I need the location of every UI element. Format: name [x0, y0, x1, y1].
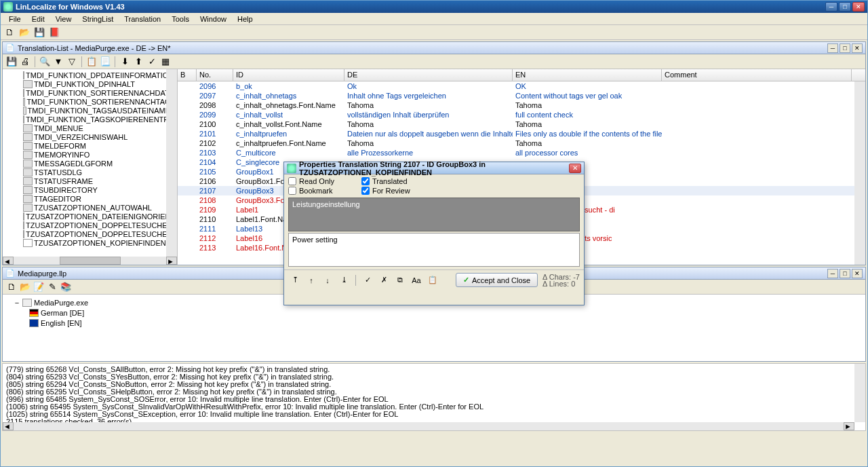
- table-row[interactable]: 2102c_inhaltpruefen.Font.NameTahomaTahom…: [178, 138, 865, 148]
- list-icon[interactable]: 📃: [99, 56, 111, 68]
- case-icon[interactable]: Aa: [410, 274, 423, 287]
- table-row[interactable]: 2100c_inhalt_vollst.Font.NameTahomaTahom…: [178, 119, 865, 129]
- tree-item[interactable]: TMDI_FUNKTION_SORTIERENNACHDATEINAMEN: [4, 88, 176, 97]
- tree-item[interactable]: TMDI_FUNKTION_TAGSAUSDATEINAMEN: [4, 106, 176, 115]
- col-b[interactable]: B: [178, 69, 197, 81]
- tree-scrollbar-v[interactable]: [166, 69, 177, 257]
- tree-label: TMDI_FUNKTION_SORTIERENNACHDATEINAMEN: [26, 89, 178, 97]
- new-icon[interactable]: 🗋: [5, 281, 18, 293]
- menu-window[interactable]: Window: [195, 14, 232, 24]
- tree-item[interactable]: TZUSATZOPTIONEN_AUTOWAHL: [4, 203, 176, 212]
- book-icon[interactable]: 📚: [60, 281, 72, 293]
- accept-icon[interactable]: ✓: [361, 274, 374, 287]
- tree-item[interactable]: TSUBDIRECTORY: [4, 185, 176, 194]
- menu-translation[interactable]: Translation: [119, 14, 166, 24]
- forreview-checkbox[interactable]: For Review: [361, 187, 410, 195]
- copy-icon[interactable]: 📋: [85, 56, 98, 68]
- menu-view[interactable]: View: [50, 14, 77, 24]
- project-lang-de[interactable]: German [DE]: [8, 307, 860, 318]
- new-icon[interactable]: 🗋: [3, 26, 16, 39]
- target-text-input[interactable]: Power setting: [288, 233, 580, 267]
- check-icon[interactable]: ✓: [146, 56, 158, 68]
- col-comment[interactable]: Comment: [662, 69, 852, 81]
- tree-item[interactable]: TMDI_MENUE: [4, 124, 176, 132]
- log-scrollbar-v[interactable]: [854, 364, 865, 422]
- tree-item[interactable]: TZUSATZOPTIONEN_KOPIENFINDEN: [4, 238, 176, 247]
- panel-maximize-button[interactable]: □: [840, 43, 850, 53]
- open-icon[interactable]: 📂: [19, 281, 31, 293]
- import-icon[interactable]: ⬇: [119, 56, 131, 68]
- paste-icon[interactable]: 📋: [426, 274, 439, 287]
- readonly-checkbox[interactable]: Read Only: [288, 177, 334, 185]
- table-row[interactable]: 2101c_inhaltpruefenDateien nur als doppe…: [178, 129, 865, 138]
- accept-close-button[interactable]: ✓ Accept and Close: [456, 273, 538, 287]
- next-icon[interactable]: ↓: [321, 274, 334, 287]
- tree-item[interactable]: TZUSATZOPTIONEN_DATEIENIGNORIEREN: [4, 212, 176, 221]
- col-de[interactable]: DE: [344, 69, 513, 81]
- props-icon[interactable]: 📝: [33, 281, 45, 293]
- menu-file[interactable]: File: [3, 14, 26, 24]
- log-panel[interactable]: (779) string 65268 Vcl_Consts_SAllButton…: [2, 363, 866, 431]
- tree-item[interactable]: TMDI_FUNKTION_DPINHALT: [4, 79, 176, 88]
- project-lang-en[interactable]: English [EN]: [8, 318, 860, 328]
- menu-tools[interactable]: Tools: [166, 14, 195, 24]
- col-no[interactable]: No.: [197, 69, 233, 81]
- edit-icon[interactable]: ✎: [46, 281, 58, 293]
- form-tree[interactable]: TMDI_FUNKTION_DPDATEIINFORMATIONENTMDI_F…: [3, 69, 178, 265]
- tree-item[interactable]: TZUSATZOPTIONEN_DOPPELTESUCHENAEHNLICH: [4, 221, 176, 229]
- maximize-button[interactable]: □: [839, 2, 851, 12]
- panel-maximize-button[interactable]: □: [840, 269, 850, 278]
- reject-icon[interactable]: ✗: [377, 274, 391, 287]
- panel-minimize-button[interactable]: ─: [827, 269, 838, 278]
- tree-item[interactable]: TSTATUSFRAME: [4, 176, 176, 185]
- main-toolbar: 🗋 📂 💾 📕: [1, 25, 867, 40]
- prev-icon[interactable]: ↑: [304, 274, 318, 287]
- print-icon[interactable]: 🖨: [19, 56, 31, 68]
- filter-icon[interactable]: ▼: [52, 56, 64, 68]
- tree-item[interactable]: TMEMORYINFO: [4, 150, 176, 159]
- funnel-icon[interactable]: ▽: [66, 56, 78, 68]
- panel-close-button[interactable]: ✕: [852, 269, 863, 278]
- export-icon[interactable]: ⬆: [132, 56, 144, 68]
- tree-item[interactable]: TZUSATZOPTIONEN_DOPPELTESUCHENAFP: [4, 229, 176, 238]
- grid-icon[interactable]: ▦: [159, 56, 172, 68]
- link-icon[interactable]: ⧉: [393, 274, 407, 287]
- panel-minimize-button[interactable]: ─: [827, 43, 838, 53]
- find-icon[interactable]: 🔍: [39, 56, 51, 68]
- table-row[interactable]: 2096b_okOkOK: [178, 81, 865, 91]
- menu-edit[interactable]: Edit: [26, 14, 50, 24]
- table-row[interactable]: 2098c_inhalt_ohnetags.Font.NameTahomaTah…: [178, 100, 865, 110]
- col-id[interactable]: ID: [233, 69, 344, 81]
- log-scrollbar-h[interactable]: ◄►: [3, 422, 854, 430]
- translated-checkbox[interactable]: Translated: [361, 177, 410, 185]
- dialog-close-button[interactable]: ✕: [569, 164, 581, 173]
- tree-scrollbar-h[interactable]: ◄►: [3, 257, 177, 265]
- close-button[interactable]: ✕: [852, 2, 865, 12]
- grid-scrollbar-v[interactable]: [854, 81, 865, 265]
- tree-item[interactable]: TMDI_VERZEICHNISWAHL: [4, 132, 176, 141]
- menu-stringlist[interactable]: StringList: [77, 14, 119, 24]
- save-icon[interactable]: 💾: [5, 56, 18, 68]
- tree-item[interactable]: TMDI_FUNKTION_DPDATEIINFORMATIONEN: [4, 71, 176, 79]
- table-row[interactable]: 2097c_inhalt_ohnetagsInhalt ohne Tags ve…: [178, 91, 865, 100]
- bookmark-checkbox[interactable]: Bookmark: [288, 187, 334, 195]
- tree-item[interactable]: TSTATUSDLG: [4, 168, 176, 176]
- last-icon[interactable]: ⤓: [337, 274, 351, 287]
- book-icon[interactable]: 📕: [48, 26, 60, 39]
- tree-item[interactable]: TMELDEFORM: [4, 141, 176, 150]
- open-icon[interactable]: 📂: [18, 26, 31, 39]
- minimize-button[interactable]: ─: [825, 2, 837, 12]
- tree-item[interactable]: TMDI_FUNKTION_SORTIERENNACHTAGS: [4, 97, 176, 106]
- form-icon: [23, 124, 33, 132]
- tree-label: TMEMORYINFO: [34, 151, 90, 159]
- menu-help[interactable]: Help: [232, 14, 258, 24]
- tree-item[interactable]: TTAGEDITOR: [4, 194, 176, 203]
- col-en[interactable]: EN: [513, 69, 662, 81]
- tree-item[interactable]: TMDI_FUNKTION_TAGSKOPIERENENTFERNEN: [4, 115, 176, 124]
- table-row[interactable]: 2103C_multicorealle Prozessorkerneall pr…: [178, 148, 865, 157]
- tree-item[interactable]: TMESSAGEDLGFORM: [4, 159, 176, 168]
- table-row[interactable]: 2099c_inhalt_vollstvollständigen Inhalt …: [178, 110, 865, 119]
- panel-close-button[interactable]: ✕: [852, 43, 863, 53]
- save-icon[interactable]: 💾: [33, 26, 45, 39]
- first-icon[interactable]: ⤒: [288, 274, 302, 287]
